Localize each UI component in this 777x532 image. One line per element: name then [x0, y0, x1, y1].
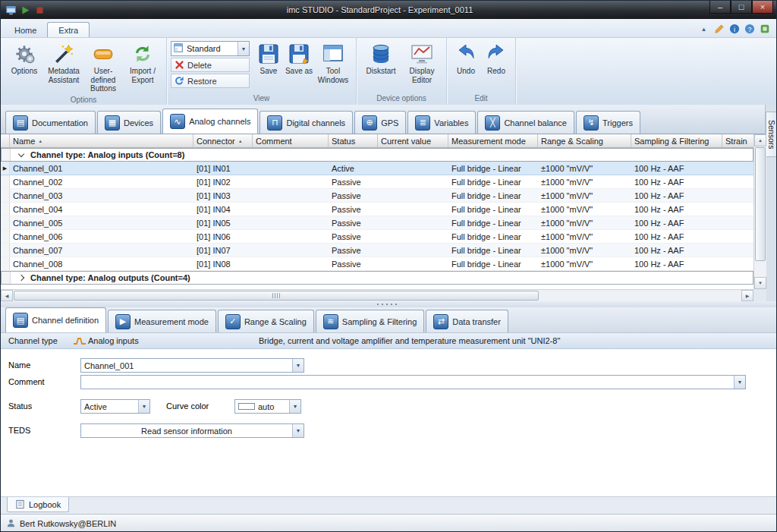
sort-asc-icon: ▲ [38, 139, 42, 143]
scroll-right-icon[interactable]: ▶ [741, 290, 753, 301]
info-icon[interactable]: i [728, 23, 740, 34]
tab-logbook[interactable]: Logbook [7, 497, 69, 512]
scroll-down-icon[interactable]: ▼ [754, 277, 766, 289]
user-defined-buttons-button[interactable]: User-defined Buttons [83, 41, 123, 95]
table-row-channel-003[interactable]: Channel_003[01] IN03PassiveFull bridge -… [1, 189, 753, 203]
scroll-up-icon[interactable]: ▲ [754, 134, 766, 146]
column-label: Status [332, 137, 355, 146]
tool-windows-button[interactable]: Tool Windows [314, 41, 352, 86]
tab-sensors[interactable]: Sensors [766, 112, 777, 157]
dropdown-arrow-icon[interactable]: ▼ [138, 400, 149, 413]
column-header-current-value[interactable]: Current value [378, 134, 448, 147]
vertical-scroll-thumb[interactable] [755, 147, 766, 261]
undo-button[interactable]: Undo [451, 41, 481, 77]
dropdown-arrow-icon[interactable]: ▼ [292, 424, 304, 437]
column-header-range-scaling[interactable]: Range & Scaling [538, 134, 631, 147]
teds-read-sensor-button[interactable]: Read sensor information ▼ [80, 423, 304, 438]
tab-channel-definition[interactable]: ▤Channel definition [5, 307, 106, 332]
save-button[interactable]: Save [253, 41, 284, 77]
minimize-button[interactable]: – [709, 1, 731, 14]
cell-comment [253, 162, 329, 175]
import-export-button[interactable]: Import / Export [123, 41, 162, 86]
tab-digital-channels[interactable]: ⊓Digital channels [260, 111, 353, 134]
column-header-strain[interactable]: Strain [722, 134, 753, 147]
close-button[interactable]: × [752, 1, 773, 14]
restore-view-button[interactable]: Restore [171, 74, 250, 88]
comment-combobox[interactable]: ▼ [80, 375, 746, 389]
dropdown-arrow-icon[interactable]: ▼ [734, 376, 745, 389]
status-combobox[interactable]: Active ▼ [80, 399, 150, 414]
start-measurement-icon[interactable] [20, 5, 31, 16]
save-as-icon [288, 42, 310, 65]
tab-sampling-filtering[interactable]: ≋Sampling & Filtering [316, 310, 424, 332]
group-row-channel-type-analog-inputs-count-8[interactable]: Channel type: Analog inputs (Count=8) [1, 148, 753, 162]
app-window: imc STUDIO - StandardProject - Experimen… [0, 0, 777, 532]
help-icon[interactable]: ? [744, 23, 755, 34]
tab-range-scaling[interactable]: ✓Range & Scaling [218, 310, 314, 332]
horizontal-scroll-thumb[interactable] [14, 291, 539, 301]
ribbon-group-view: Standard ▼ Delete Restore Save [167, 38, 357, 105]
column-header-comment[interactable]: Comment [253, 134, 329, 147]
tab-variables[interactable]: ≣Variables [407, 111, 476, 134]
row-gutter [2, 272, 11, 284]
dropdown-arrow-icon[interactable]: ▼ [292, 359, 304, 372]
scroll-left-icon[interactable]: ◀ [1, 290, 13, 301]
ribbon-tab-extra[interactable]: Extra [47, 22, 90, 37]
titlebar-icons [1, 5, 50, 16]
expand-group-icon[interactable] [18, 275, 24, 281]
maximize-button[interactable]: □ [731, 1, 752, 14]
column-header-sampling-filtering[interactable]: Sampling & Filtering [631, 134, 722, 147]
diskstart-button[interactable]: Diskstart [360, 41, 401, 77]
table-row-channel-001[interactable]: ▶Channel_001[01] IN01ActiveFull bridge -… [1, 162, 753, 175]
cell-measurement-mode: Full bridge - Linear [448, 244, 538, 257]
stop-measurement-icon[interactable] [34, 5, 46, 16]
tab-gps[interactable]: ⊕GPS [354, 111, 406, 134]
tab-channel-balance[interactable]: ╳Channel balance [477, 111, 574, 134]
ribbon-tab-home[interactable]: Home [4, 23, 47, 37]
cell-strain [722, 162, 753, 175]
redo-button[interactable]: Redo [481, 41, 511, 77]
table-row-channel-007[interactable]: Channel_007[01] IN07PassiveFull bridge -… [1, 244, 753, 257]
table-row-channel-002[interactable]: Channel_002[01] IN02PassiveFull bridge -… [1, 175, 753, 189]
metadata-assistant-button[interactable]: Metadata Assistant [44, 41, 83, 86]
ribbon-group-device-options: Diskstart Display Editor Device options [357, 38, 447, 105]
column-header-name[interactable]: Name▲ [10, 134, 193, 147]
tab-analog-channels[interactable]: ∿Analog channels [162, 109, 258, 134]
channel-type-label: Channel type [1, 336, 73, 345]
tab-measurement-mode[interactable]: ▶Measurement mode [108, 310, 216, 332]
options-button[interactable]: Options [5, 41, 44, 77]
horizontal-scrollbar[interactable]: ◀ ▶ [1, 289, 753, 301]
column-header-status[interactable]: Status [329, 134, 378, 147]
curve-color-value: auto [255, 402, 289, 411]
tab-triggers[interactable]: ↯Triggers [576, 111, 640, 134]
column-header-measurement-mode[interactable]: Measurement mode [448, 134, 538, 147]
group-label: Channel type: Analog inputs (Count=8) [30, 150, 184, 159]
dropdown-arrow-icon[interactable]: ▼ [238, 42, 249, 55]
tab-devices[interactable]: ▦Devices [97, 111, 161, 134]
cell-status: Passive [329, 189, 378, 202]
app-icon[interactable] [5, 5, 17, 16]
display-editor-button[interactable]: Display Editor [401, 41, 442, 86]
cell-sampling-filtering: 100 Hz - AAF [631, 175, 722, 188]
collapse-ribbon-icon[interactable]: ▴ [698, 23, 709, 34]
tab-data-transfer[interactable]: ⇄Data transfer [426, 310, 508, 332]
view-preset-dropdown[interactable]: Standard ▼ [171, 41, 250, 56]
dropdown-arrow-icon[interactable]: ▼ [289, 400, 300, 413]
tab-documentation[interactable]: ▤Documentation [5, 111, 96, 134]
cell-name: Channel_001 [10, 162, 193, 175]
collapse-group-icon[interactable] [18, 150, 24, 156]
name-combobox[interactable]: Channel_001 ▼ [80, 358, 304, 373]
column-header-connector[interactable]: Connector▲ [193, 134, 253, 147]
table-row-channel-005[interactable]: Channel_005[01] IN05PassiveFull bridge -… [1, 216, 753, 230]
table-row-channel-006[interactable]: Channel_006[01] IN06PassiveFull bridge -… [1, 230, 753, 244]
save-as-button[interactable]: Save as [284, 41, 314, 77]
edit-layout-icon[interactable] [713, 23, 725, 34]
table-row-channel-008[interactable]: Channel_008[01] IN08PassiveFull bridge -… [1, 257, 753, 271]
delete-view-button[interactable]: Delete [171, 58, 250, 72]
curve-color-combobox[interactable]: auto ▼ [234, 399, 301, 414]
vertical-scrollbar[interactable]: ▲ ▼ [753, 134, 766, 289]
panel-splitter[interactable] [1, 301, 776, 307]
group-row-channel-type-analog-outputs-count-4[interactable]: Channel type: Analog outputs (Count=4) [1, 271, 753, 285]
plugins-icon[interactable] [759, 23, 770, 34]
table-row-channel-004[interactable]: Channel_004[01] IN04PassiveFull bridge -… [1, 203, 753, 216]
